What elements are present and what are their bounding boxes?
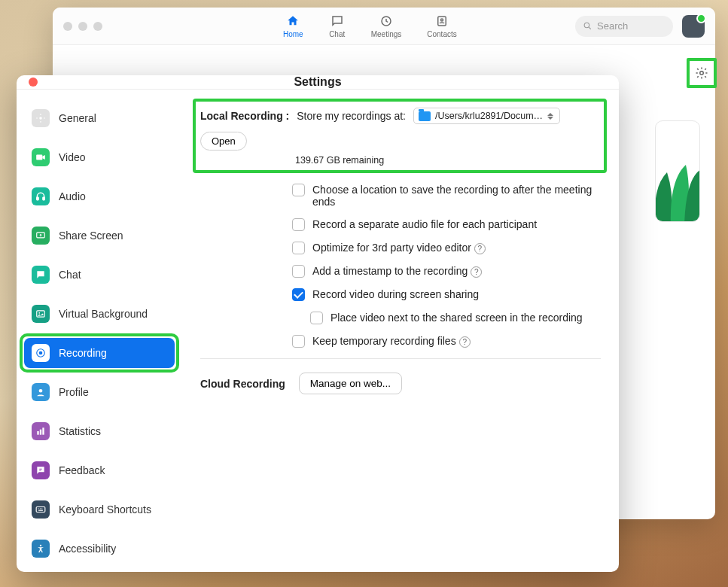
cloud-recording-label: Cloud Recording [200, 378, 285, 390]
recording-path-picker[interactable]: /Users/krlu2891/Docum… [413, 108, 560, 124]
svg-point-11 [38, 312, 40, 314]
svg-point-4 [700, 71, 704, 75]
sidebar-label: Video [59, 151, 86, 163]
svg-rect-16 [40, 430, 41, 435]
checkbox-keep-temp-files[interactable] [292, 335, 305, 348]
settings-gear-button[interactable] [687, 58, 717, 88]
help-icon[interactable]: ? [459, 336, 471, 348]
manage-on-web-button[interactable]: Manage on web... [299, 373, 402, 394]
sidebar-label: Feedback [59, 464, 105, 476]
svg-point-19 [38, 508, 39, 509]
sidebar-item-audio[interactable]: Audio [24, 181, 175, 211]
help-icon[interactable]: ? [471, 266, 482, 278]
option-label: Keep temporary recording files [312, 335, 456, 347]
nav-home-label: Home [283, 30, 303, 38]
nav-meetings-label: Meetings [371, 30, 402, 38]
option-label: Record video during screen sharing [312, 288, 479, 300]
svg-rect-6 [36, 155, 42, 160]
checkbox-add-timestamp[interactable] [292, 265, 305, 278]
local-recording-label: Local Recording : [200, 110, 289, 122]
main-titlebar: Home Chat Meetings Contacts Search [53, 8, 715, 45]
clock-icon [378, 14, 394, 29]
chat-icon [32, 266, 50, 284]
option-label: Add a timestamp to the recording [312, 265, 468, 277]
option-label: Record a separate audio file for each pa… [312, 218, 537, 230]
sidebar-label: Audio [59, 190, 86, 202]
nav-home[interactable]: Home [283, 14, 303, 38]
sidebar-label: Statistics [59, 425, 101, 437]
svg-point-21 [41, 508, 42, 509]
accessibility-icon [32, 540, 50, 558]
checkbox-separate-audio[interactable] [292, 218, 305, 231]
svg-point-2 [441, 19, 443, 21]
sidebar-item-general[interactable]: General [24, 103, 175, 133]
feedback-icon [32, 461, 50, 479]
sidebar-item-feedback[interactable]: Feedback [24, 455, 175, 485]
sidebar-label: Keyboard Shortcuts [59, 503, 151, 516]
sidebar-item-video[interactable]: Video [24, 142, 175, 172]
sidebar-label: Accessibility [59, 543, 116, 555]
svg-point-13 [39, 351, 43, 355]
record-icon [32, 344, 50, 362]
sidebar-label: Recording [59, 347, 107, 359]
sidebar-item-statistics[interactable]: Statistics [24, 416, 175, 446]
sidebar-item-virtual-background[interactable]: Virtual Background [24, 299, 175, 329]
nav-chat[interactable]: Chat [329, 14, 346, 38]
help-icon[interactable]: ? [474, 243, 486, 254]
recording-path-value: /Users/krlu2891/Docum… [435, 111, 543, 121]
sidebar-item-chat[interactable]: Chat [24, 260, 175, 290]
space-remaining-label: 139.67 GB remaining [295, 155, 596, 166]
checkbox-choose-location[interactable] [292, 184, 305, 196]
folder-icon [419, 111, 431, 121]
local-recording-highlight: Local Recording : Store my recordings at… [193, 99, 607, 173]
video-icon [32, 148, 50, 166]
settings-window: Settings General Video Audio Share Scree… [17, 75, 619, 572]
option-label: Choose a location to save the recording … [312, 184, 601, 208]
share-icon [32, 227, 50, 245]
keyboard-icon [32, 500, 50, 519]
sidebar-item-accessibility[interactable]: Accessibility [24, 534, 175, 564]
search-icon [583, 21, 592, 31]
home-icon [285, 14, 301, 29]
sidebar-recording-highlight: Recording [20, 333, 179, 373]
image-icon [32, 305, 50, 323]
sidebar-label: Share Screen [59, 230, 123, 242]
open-folder-button[interactable]: Open [200, 132, 247, 151]
sidebar-label: General [59, 112, 96, 124]
settings-title: Settings [294, 75, 341, 89]
svg-point-23 [40, 545, 41, 546]
search-input[interactable]: Search [575, 16, 673, 37]
nav-meetings[interactable]: Meetings [371, 14, 402, 38]
main-nav: Home Chat Meetings Contacts [283, 14, 457, 38]
checkbox-optimize-3rd-party[interactable] [292, 242, 305, 254]
sidebar-item-share-screen[interactable]: Share Screen [24, 221, 175, 251]
traffic-lights[interactable] [63, 22, 102, 31]
svg-rect-18 [36, 507, 45, 512]
background-card [655, 120, 700, 222]
svg-rect-15 [37, 431, 38, 435]
option-label: Place video next to the shared screen in… [330, 312, 583, 324]
stepper-icon [547, 113, 555, 120]
svg-rect-8 [43, 197, 44, 200]
sidebar-label: Chat [59, 269, 81, 281]
avatar[interactable] [682, 15, 705, 38]
gear-icon [695, 66, 708, 80]
recording-options: Choose a location to save the recording … [292, 184, 601, 348]
svg-point-3 [584, 23, 589, 28]
close-button[interactable] [29, 78, 38, 87]
svg-rect-7 [37, 197, 38, 200]
settings-titlebar: Settings [17, 75, 619, 90]
sidebar-item-profile[interactable]: Profile [24, 377, 175, 407]
gear-icon [32, 109, 50, 127]
svg-point-14 [39, 389, 43, 393]
svg-rect-17 [42, 427, 44, 434]
plant-illustration [655, 142, 700, 222]
checkbox-place-video-next[interactable] [310, 312, 323, 324]
nav-contacts[interactable]: Contacts [427, 14, 456, 38]
sidebar-item-recording[interactable]: Recording [24, 338, 175, 368]
contacts-icon [434, 14, 450, 29]
headphones-icon [32, 187, 50, 205]
checkbox-record-during-share[interactable] [292, 288, 305, 301]
sidebar-item-keyboard-shortcuts[interactable]: Keyboard Shortcuts [24, 494, 175, 525]
settings-sidebar: General Video Audio Share Screen Chat Vi… [17, 90, 182, 586]
